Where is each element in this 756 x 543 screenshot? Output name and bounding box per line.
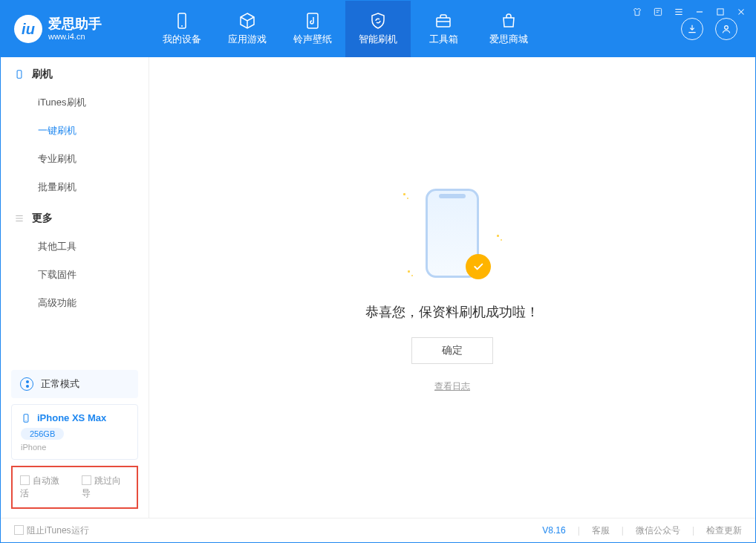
- feedback-icon[interactable]: [653, 7, 663, 17]
- nav-tab-store[interactable]: 爱思商城: [476, 1, 541, 57]
- menu-icon[interactable]: [674, 7, 684, 17]
- svg-rect-6: [717, 9, 723, 15]
- checkbox-auto-activate[interactable]: 自动激活: [20, 475, 68, 500]
- main-nav: 我的设备 应用游戏 铃声壁纸 智能刷机 工具箱 爱思商城: [149, 1, 541, 57]
- footer-left: 阻止iTunes运行: [14, 524, 89, 537]
- success-illustration: [400, 183, 504, 287]
- music-file-icon: [304, 12, 322, 30]
- sidebar-category-more: 更多: [1, 201, 149, 233]
- footer-right: V8.16 | 客服 | 微信公众号 | 检查更新: [542, 524, 742, 537]
- cube-icon: [238, 12, 256, 30]
- header: iu 爱思助手 www.i4.cn 我的设备 应用游戏 铃声壁纸 智能刷机 工具…: [1, 1, 755, 57]
- user-button[interactable]: [715, 18, 737, 40]
- footer-link-update[interactable]: 检查更新: [706, 524, 742, 537]
- shirt-icon[interactable]: [632, 7, 642, 17]
- sidebar: 刷机 iTunes刷机 一键刷机 专业刷机 批量刷机 更多 其他工具 下载固件 …: [1, 57, 149, 518]
- nav-label: 工具箱: [429, 33, 458, 46]
- mode-icon: [20, 377, 33, 391]
- close-icon[interactable]: [736, 7, 746, 17]
- phone-icon: [173, 12, 191, 30]
- sidebar-item-batch-flash[interactable]: 批量刷机: [1, 173, 149, 201]
- phone-small-icon: [14, 69, 25, 79]
- checkbox-icon: [20, 475, 30, 485]
- app-logo-icon: iu: [14, 15, 42, 43]
- mode-label: 正常模式: [41, 377, 79, 391]
- device-name: iPhone XS Max: [37, 412, 106, 423]
- nav-tab-toolbox[interactable]: 工具箱: [411, 1, 476, 57]
- sparkle-icon: [408, 270, 414, 276]
- sidebar-item-download-firmware[interactable]: 下载固件: [1, 261, 149, 289]
- footer: 阻止iTunes运行 V8.16 | 客服 | 微信公众号 | 检查更新: [1, 518, 755, 542]
- svg-point-1: [181, 25, 183, 27]
- svg-point-9: [25, 420, 26, 420]
- sidebar-item-pro-flash[interactable]: 专业刷机: [1, 145, 149, 173]
- maximize-icon[interactable]: [715, 7, 726, 17]
- device-capacity: 256GB: [21, 428, 64, 440]
- mode-card[interactable]: 正常模式: [11, 370, 138, 398]
- nav-label: 智能刷机: [359, 33, 397, 46]
- device-card[interactable]: iPhone XS Max 256GB iPhone: [11, 404, 138, 460]
- ok-button[interactable]: 确定: [411, 337, 493, 364]
- sidebar-item-oneclick-flash[interactable]: 一键刷机: [1, 117, 149, 145]
- shield-refresh-icon: [369, 12, 387, 30]
- check-badge-icon: [466, 254, 491, 279]
- svg-rect-3: [437, 18, 450, 27]
- sidebar-item-itunes-flash[interactable]: iTunes刷机: [1, 88, 149, 117]
- main-content: 恭喜您，保资料刷机成功啦！ 确定 查看日志: [149, 57, 755, 518]
- toolbox-icon: [434, 12, 452, 30]
- sidebar-category-flash: 刷机: [1, 57, 149, 88]
- sidebar-bottom: 正常模式 iPhone XS Max 256GB iPhone 自动激活 跳过向…: [1, 364, 149, 518]
- logo-area: iu 爱思助手 www.i4.cn: [1, 1, 149, 57]
- view-log-link[interactable]: 查看日志: [434, 380, 470, 393]
- svg-rect-7: [17, 71, 22, 79]
- checkbox-icon: [82, 475, 91, 485]
- nav-label: 爱思商城: [489, 33, 528, 46]
- app-title: 爱思助手: [48, 17, 102, 32]
- checkbox-block-itunes[interactable]: 阻止iTunes运行: [14, 524, 89, 537]
- footer-link-service[interactable]: 客服: [592, 524, 610, 537]
- checkbox-skip-guide[interactable]: 跳过向导: [82, 475, 130, 500]
- success-message: 恭喜您，保资料刷机成功啦！: [365, 303, 539, 321]
- nav-label: 应用游戏: [228, 33, 267, 46]
- version-label: V8.16: [542, 525, 565, 536]
- user-icon: [720, 23, 732, 35]
- nav-label: 铃声壁纸: [293, 33, 332, 46]
- svg-point-4: [725, 26, 729, 30]
- nav-label: 我的设备: [163, 33, 201, 46]
- window-controls: [632, 7, 746, 17]
- download-icon: [686, 23, 698, 35]
- download-button[interactable]: [681, 18, 703, 40]
- minimize-icon[interactable]: [694, 7, 705, 17]
- footer-link-wechat[interactable]: 微信公众号: [636, 524, 680, 537]
- logo-text: 爱思助手 www.i4.cn: [48, 17, 102, 41]
- svg-rect-2: [307, 13, 318, 28]
- nav-tab-flash[interactable]: 智能刷机: [345, 1, 411, 57]
- sparkle-icon: [403, 193, 409, 199]
- bag-icon: [500, 12, 518, 30]
- options-box: 自动激活 跳过向导: [11, 466, 138, 509]
- nav-tab-device[interactable]: 我的设备: [149, 1, 215, 57]
- app-url: www.i4.cn: [48, 32, 102, 41]
- list-icon: [14, 213, 25, 224]
- body: 刷机 iTunes刷机 一键刷机 专业刷机 批量刷机 更多 其他工具 下载固件 …: [1, 57, 755, 518]
- sidebar-item-other-tools[interactable]: 其他工具: [1, 233, 149, 261]
- sidebar-item-advanced[interactable]: 高级功能: [1, 289, 149, 317]
- checkbox-icon: [14, 525, 24, 535]
- sparkle-icon: [497, 235, 503, 241]
- svg-rect-5: [654, 8, 661, 15]
- device-phone-icon: [21, 413, 31, 423]
- nav-tab-ringtone[interactable]: 铃声壁纸: [280, 1, 345, 57]
- device-type: iPhone: [21, 443, 128, 452]
- nav-tab-apps[interactable]: 应用游戏: [215, 1, 280, 57]
